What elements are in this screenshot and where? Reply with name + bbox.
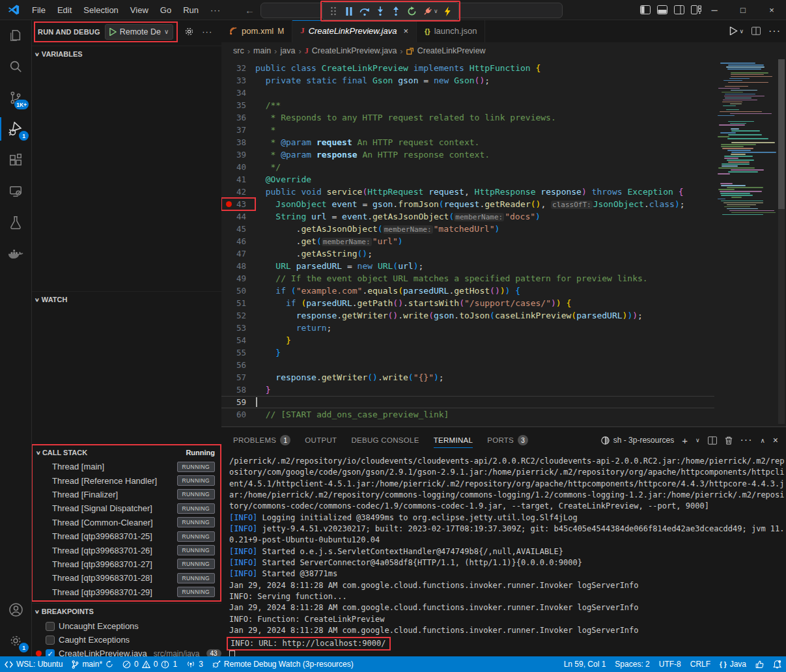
breakpoints-header[interactable]: ∨ BREAKPOINTS — [31, 603, 221, 619]
gutter-space[interactable] — [226, 288, 232, 294]
code-line[interactable]: 38 * @param request An HTTP request cont… — [221, 136, 714, 148]
gutter[interactable]: 47 — [221, 247, 255, 260]
gutter[interactable]: 39 — [221, 148, 255, 161]
git-branch-item[interactable]: main* — [67, 656, 118, 672]
gutter-space[interactable] — [226, 127, 232, 133]
testing-icon[interactable] — [0, 207, 31, 238]
tab-terminal[interactable]: TERMINAL — [434, 427, 473, 453]
call-stack-header[interactable]: ∨ CALL STACK Running — [33, 445, 220, 460]
debug-watch-item[interactable]: Remote Debug Watch (3p-resources) — [208, 656, 358, 672]
code-line[interactable]: 60 // [START add_ons_case_preview_link] — [221, 408, 714, 421]
code-line[interactable]: 52 response.getWriter().write(gson.toJso… — [221, 309, 714, 322]
gutter-space[interactable] — [226, 412, 232, 417]
tab-problems[interactable]: PROBLEMS 1 — [233, 427, 290, 453]
code-line[interactable]: 51 if (parsedURL.getPath().startsWith("/… — [221, 297, 714, 309]
gutter-space[interactable] — [226, 350, 232, 356]
breakpoint-row-uncaught[interactable]: Uncaught Exceptions — [31, 619, 221, 633]
gutter-space[interactable] — [226, 325, 232, 331]
gutter[interactable]: 57 — [221, 371, 255, 384]
call-stack-thread-row[interactable]: Thread [main] RUNNING — [33, 460, 220, 473]
call-stack-thread-row[interactable]: Thread [Finalizer] RUNNING — [33, 488, 220, 501]
breadcrumb-file[interactable]: CreateLinkPreview.java — [312, 46, 397, 55]
step-into-icon[interactable] — [373, 5, 387, 18]
close-button[interactable]: × — [757, 0, 786, 20]
gutter-space[interactable] — [226, 226, 232, 232]
split-terminal-icon[interactable] — [708, 436, 717, 445]
gutter-space[interactable] — [226, 263, 232, 269]
gutter-space[interactable] — [226, 337, 232, 343]
gutter[interactable]: 40 — [221, 161, 255, 173]
tab-pom-xml[interactable]: pom.xml M — [221, 20, 292, 42]
indentation-item[interactable]: Spaces: 2 — [610, 656, 654, 672]
code-line[interactable]: 36 * Responds to any HTTP request relate… — [221, 111, 714, 124]
gutter-space[interactable] — [226, 275, 232, 281]
code-line[interactable]: 56 — [221, 359, 714, 371]
gutter[interactable]: 36 — [221, 111, 255, 124]
kill-terminal-trash-icon[interactable] — [725, 436, 733, 445]
gutter-space[interactable] — [226, 152, 232, 158]
breadcrumb-class[interactable]: CreateLinkPreview — [417, 46, 486, 55]
explorer-icon[interactable] — [0, 20, 31, 51]
menu-go[interactable]: Go — [154, 0, 177, 20]
search-icon[interactable] — [0, 51, 31, 82]
gear-icon[interactable] — [184, 27, 194, 36]
code-line[interactable]: 35 /** — [221, 99, 714, 111]
split-editor-icon[interactable] — [751, 27, 761, 35]
gutter-space[interactable] — [226, 251, 232, 257]
code-line[interactable]: 49 // If the event object URL matches a … — [221, 272, 714, 285]
run-dropdown-icon[interactable]: ∨ — [739, 28, 744, 35]
tab-debug-console[interactable]: DEBUG CONSOLE — [351, 427, 419, 453]
breadcrumb-main[interactable]: main — [253, 46, 271, 55]
tab-createlinkpreview-java[interactable]: J CreateLinkPreview.java × — [292, 20, 417, 42]
back-arrow-icon[interactable]: ← — [245, 5, 255, 16]
run-file-button[interactable]: ∨ — [729, 27, 744, 35]
restart-icon[interactable] — [404, 5, 419, 18]
code-line[interactable]: 37 * — [221, 124, 714, 136]
menu-view[interactable]: View — [124, 0, 154, 20]
start-debug-icon[interactable] — [109, 28, 117, 36]
docker-icon[interactable] — [0, 238, 31, 270]
code-editor[interactable]: 32public class CreateLinkPreview impleme… — [221, 59, 786, 446]
call-stack-thread-row[interactable]: Thread [qtp399683701-26] RUNNING — [33, 543, 220, 557]
remote-indicator[interactable]: WSL: Ubuntu — [0, 656, 67, 672]
sync-icon[interactable] — [105, 660, 113, 668]
call-stack-thread-row[interactable]: Thread [qtp399683701-28] RUNNING — [33, 571, 220, 585]
gutter-space[interactable] — [226, 387, 232, 393]
watch-header[interactable]: ∨ WATCH — [31, 291, 221, 307]
gutter[interactable]: 55 — [221, 346, 255, 359]
gutter[interactable]: 52 — [221, 309, 255, 322]
call-stack-thread-row[interactable]: Thread [Common-Cleaner] RUNNING — [33, 516, 220, 529]
call-stack-thread-row[interactable]: Thread [Reference Handler] RUNNING — [33, 473, 220, 487]
code-line[interactable]: 47 .getAsString(); — [221, 247, 714, 260]
breadcrumb-src[interactable]: src — [233, 46, 244, 55]
gutter[interactable]: 49 — [221, 272, 255, 285]
encoding-item[interactable]: UTF-8 — [654, 656, 686, 672]
gutter-space[interactable] — [226, 77, 232, 83]
toolbar-drag-handle[interactable] — [326, 5, 341, 18]
uncaught-exceptions-checkbox[interactable] — [46, 622, 55, 631]
code-line[interactable]: 34 — [221, 87, 714, 99]
gutter-space[interactable] — [226, 139, 232, 145]
call-stack-thread-row[interactable]: Thread [qtp399683701-29] RUNNING — [33, 585, 220, 599]
gutter-space[interactable] — [226, 238, 232, 244]
code-line[interactable]: 43 JsonObject event = gson.fromJson(requ… — [221, 198, 714, 210]
variables-header[interactable]: ∨ VARIABLES — [31, 46, 221, 62]
close-panel-icon[interactable]: × — [773, 435, 778, 445]
gutter-space[interactable] — [226, 374, 232, 380]
run-and-debug-icon[interactable]: 1 — [0, 113, 31, 145]
step-out-icon[interactable] — [389, 5, 403, 18]
new-terminal-icon[interactable]: + — [682, 435, 688, 446]
remote-explorer-icon[interactable] — [0, 176, 31, 207]
editor-more-actions-icon[interactable]: ··· — [768, 25, 781, 37]
code-line[interactable]: 50 if ("example.com".equals(parsedURL.ge… — [221, 285, 714, 297]
cursor-position-item[interactable]: Ln 59, Col 1 — [559, 656, 611, 672]
tab-output[interactable]: OUTPUT — [305, 427, 337, 453]
problems-summary[interactable]: 0 0 1 — [118, 656, 182, 672]
minimap[interactable] — [718, 61, 775, 223]
disconnect-icon[interactable] — [420, 5, 434, 18]
terminal-dropdown-icon[interactable]: ∨ — [695, 437, 700, 443]
gutter-space[interactable] — [226, 400, 232, 406]
gutter-space[interactable] — [226, 65, 232, 71]
gutter[interactable]: 41 — [221, 173, 255, 186]
gutter-space[interactable] — [226, 176, 232, 182]
